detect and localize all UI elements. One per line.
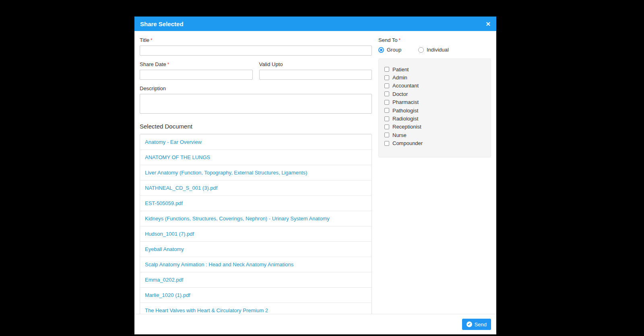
document-link[interactable]: Marlie_1020 (1).pdf bbox=[145, 292, 190, 298]
role-checkbox-row[interactable]: Nurse bbox=[384, 131, 485, 139]
document-link[interactable]: Emma_0202.pdf bbox=[145, 277, 183, 283]
role-label: Patient bbox=[392, 66, 409, 73]
role-label: Pathologist bbox=[392, 108, 418, 114]
document-row: The Heart Valves with Heart & Circulator… bbox=[140, 303, 372, 314]
role-checkbox-row[interactable]: Doctor bbox=[384, 90, 485, 98]
selected-document-list: Anatomy - Ear Overview ANATOMY OF THE LU… bbox=[140, 134, 372, 314]
checkbox-icon bbox=[384, 133, 389, 137]
document-link[interactable]: Liver Anatomy (Function, Topography, Ext… bbox=[145, 170, 307, 176]
share-selected-modal: Share Selected ✕ Title* Share Date* Vali… bbox=[134, 17, 496, 334]
document-row: Eyeball Anatomy bbox=[140, 241, 372, 257]
document-link[interactable]: Eyeball Anatomy bbox=[145, 246, 184, 252]
form-column: Title* Share Date* Valid Upto Descriptio… bbox=[140, 37, 372, 314]
role-checkbox-row[interactable]: Pathologist bbox=[384, 106, 485, 114]
share-date-field: Share Date* bbox=[140, 61, 253, 80]
close-icon[interactable]: ✕ bbox=[485, 21, 491, 27]
role-label: Accountant bbox=[392, 83, 419, 89]
send-to-column: Send To* Group Individual Patient bbox=[378, 37, 491, 314]
checkbox-icon bbox=[384, 124, 389, 129]
description-textarea[interactable] bbox=[140, 94, 372, 114]
role-label: Receptionist bbox=[392, 124, 421, 130]
role-checkbox-row[interactable]: Patient bbox=[384, 65, 485, 73]
check-circle-icon: ✔ bbox=[466, 321, 472, 327]
title-input[interactable] bbox=[140, 46, 372, 56]
modal-header: Share Selected ✕ bbox=[134, 17, 496, 31]
send-button[interactable]: ✔ Send bbox=[462, 319, 491, 330]
description-label: Description bbox=[140, 85, 372, 91]
send-to-radio-group: Group Individual bbox=[378, 47, 491, 53]
document-row: Marlie_1020 (1).pdf bbox=[140, 287, 372, 303]
modal-body: Title* Share Date* Valid Upto Descriptio… bbox=[134, 31, 496, 314]
role-label: Nurse bbox=[392, 132, 407, 138]
document-link[interactable]: ANATOMY OF THE LUNGS bbox=[145, 154, 210, 160]
checkbox-icon bbox=[384, 100, 389, 105]
document-row: Liver Anatomy (Function, Topography, Ext… bbox=[140, 165, 372, 180]
send-to-radio-option[interactable]: Group bbox=[378, 47, 418, 53]
checkbox-icon bbox=[384, 83, 389, 88]
required-asterisk: * bbox=[151, 37, 153, 43]
description-field: Description bbox=[140, 85, 372, 115]
role-checkbox-row[interactable]: Admin bbox=[384, 73, 485, 81]
document-link[interactable]: Kidneys (Functions, Structures, Covering… bbox=[145, 216, 330, 222]
role-checkbox-row[interactable]: Radiologist bbox=[384, 114, 485, 122]
send-button-label: Send bbox=[475, 321, 487, 328]
radio-label: Individual bbox=[427, 47, 449, 53]
role-label: Admin bbox=[392, 75, 407, 81]
role-label: Compounder bbox=[392, 140, 423, 146]
radio-icon bbox=[418, 47, 424, 53]
valid-upto-field: Valid Upto bbox=[259, 61, 372, 80]
document-row: EST-505059.pdf bbox=[140, 195, 372, 211]
share-date-label: Share Date* bbox=[140, 61, 253, 67]
document-row: Kidneys (Functions, Structures, Covering… bbox=[140, 211, 372, 226]
checkbox-icon bbox=[384, 116, 389, 121]
document-link[interactable]: Hudson_1001 (7).pdf bbox=[145, 231, 194, 237]
document-link[interactable]: The Heart Valves with Heart & Circulator… bbox=[145, 307, 268, 313]
document-link[interactable]: EST-505059.pdf bbox=[145, 200, 183, 206]
required-asterisk: * bbox=[167, 62, 169, 67]
document-link[interactable]: Scalp Anatomy Animation : Head and Neck … bbox=[145, 261, 293, 268]
title-label: Title* bbox=[140, 37, 372, 43]
send-to-label-text: Send To bbox=[378, 37, 397, 43]
send-to-label: Send To* bbox=[378, 37, 491, 43]
radio-icon bbox=[378, 47, 384, 53]
date-fields-row: Share Date* Valid Upto bbox=[140, 61, 372, 80]
checkbox-icon bbox=[384, 67, 389, 72]
share-date-label-text: Share Date bbox=[140, 61, 166, 67]
role-checkbox-row[interactable]: Receptionist bbox=[384, 123, 485, 131]
role-checkbox-row[interactable]: Pharmacist bbox=[384, 98, 485, 106]
document-link[interactable]: Anatomy - Ear Overview bbox=[145, 139, 202, 145]
checkbox-icon bbox=[384, 141, 389, 146]
radio-label: Group bbox=[387, 47, 401, 53]
checkbox-icon bbox=[384, 108, 389, 113]
role-label: Pharmacist bbox=[392, 99, 419, 105]
required-asterisk: * bbox=[398, 37, 400, 43]
modal-footer: ✔ Send bbox=[134, 314, 496, 334]
document-row: Anatomy - Ear Overview bbox=[140, 134, 372, 149]
document-link[interactable]: NATHNEAL_CD_S_001 (3).pdf bbox=[145, 185, 217, 191]
title-label-text: Title bbox=[140, 37, 149, 43]
checkbox-icon bbox=[384, 91, 389, 96]
role-checkbox-panel: Patient Admin Accountant Doctor Pharmaci… bbox=[378, 58, 491, 158]
selected-document-heading: Selected Document bbox=[140, 123, 372, 130]
send-to-radio-option[interactable]: Individual bbox=[418, 47, 458, 53]
role-checkbox-row[interactable]: Compounder bbox=[384, 139, 485, 147]
document-row: Emma_0202.pdf bbox=[140, 272, 372, 287]
valid-upto-input[interactable] bbox=[259, 70, 372, 80]
role-label: Doctor bbox=[392, 91, 408, 97]
role-label: Radiologist bbox=[392, 116, 418, 122]
document-row: Scalp Anatomy Animation : Head and Neck … bbox=[140, 257, 372, 272]
valid-upto-label: Valid Upto bbox=[259, 61, 372, 67]
document-row: Hudson_1001 (7).pdf bbox=[140, 226, 372, 241]
modal-title: Share Selected bbox=[140, 21, 184, 27]
role-checkbox-row[interactable]: Accountant bbox=[384, 82, 485, 90]
checkbox-icon bbox=[384, 75, 389, 80]
document-row: ANATOMY OF THE LUNGS bbox=[140, 149, 372, 165]
document-row: NATHNEAL_CD_S_001 (3).pdf bbox=[140, 180, 372, 195]
share-date-input[interactable] bbox=[140, 70, 253, 80]
